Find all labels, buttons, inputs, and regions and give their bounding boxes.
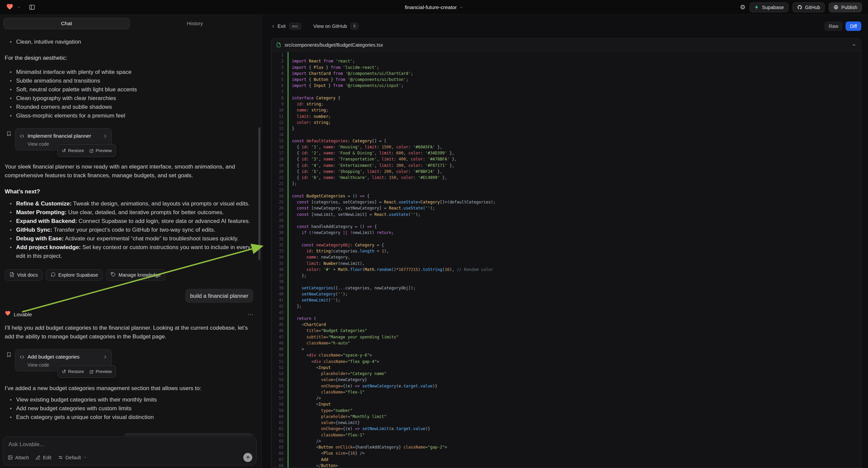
preview-button[interactable]: Preview xyxy=(89,146,112,155)
supabase-bolt-icon xyxy=(754,5,759,10)
bookmark-icon[interactable] xyxy=(6,131,12,137)
tab-chat[interactable]: Chat xyxy=(3,18,130,29)
edit-message-2: Add budget categories View code ↺ Restor… xyxy=(5,349,253,371)
diff-added-bar xyxy=(287,83,288,89)
line-number: 33 xyxy=(272,248,287,254)
design-bullet-item: Rounded corners and subtle shadows xyxy=(10,103,253,112)
collapse-chevron-up-icon[interactable] xyxy=(851,42,856,47)
publish-button[interactable]: Publish xyxy=(829,2,862,12)
explore-supabase-button[interactable]: Explore Supabase xyxy=(46,269,103,281)
github-shortcut-badge: 6 xyxy=(351,23,358,30)
bookmark-icon[interactable] xyxy=(6,352,12,357)
diff-added-bar xyxy=(287,377,288,383)
code-line: 25 const [categories, setCategories] = R… xyxy=(272,199,861,205)
code-editor[interactable]: 12import React from 'react';3import { Pl… xyxy=(272,51,861,468)
manage-knowledge-button[interactable]: Manage knowledge xyxy=(106,269,165,281)
restore-button[interactable]: ↺ Restore xyxy=(62,367,84,376)
message-menu-icon[interactable]: ⋯ xyxy=(247,310,253,319)
code-line: 26 const [newCategory, setNewCategory] =… xyxy=(272,205,861,211)
logo-chevron-down-icon[interactable] xyxy=(17,5,21,9)
line-number: 67 xyxy=(272,457,287,463)
line-number: 64 xyxy=(272,438,287,444)
diff-added-bar xyxy=(287,395,288,401)
line-number: 10 xyxy=(272,107,287,113)
line-number: 59 xyxy=(272,408,287,414)
code-line: 50 <div className="space-y-6"> xyxy=(272,352,861,358)
edit-card-title: Add budget categories xyxy=(28,352,80,361)
edit-card-implement-financial-planner[interactable]: Implement financial planner View code ↺ … xyxy=(15,128,112,150)
diff-added-bar xyxy=(287,279,288,285)
preview-button[interactable]: Preview xyxy=(89,367,112,376)
design-heading: For the design aesthetic: xyxy=(5,54,253,62)
chat-scrollback[interactable]: Clean, intuitive navigation For the desi… xyxy=(0,36,261,436)
diff-added-bar xyxy=(287,156,288,162)
line-number: 40 xyxy=(272,291,287,297)
code-line: 54 value={newCategory} xyxy=(272,377,861,383)
attach-button[interactable]: Attach xyxy=(8,455,29,460)
github-button[interactable]: GitHub xyxy=(793,2,825,12)
code-line: 46 title="Budget Categories" xyxy=(272,328,861,334)
diff-added-bar xyxy=(287,150,288,156)
line-number: 2 xyxy=(272,58,287,64)
code-line: 36 color: '#' + Math.floor(Math.random()… xyxy=(272,267,861,273)
sliders-icon xyxy=(58,455,63,460)
model-select[interactable]: Default xyxy=(58,455,87,460)
line-number: 34 xyxy=(272,254,287,260)
line-number: 63 xyxy=(272,432,287,438)
project-switcher[interactable]: financial-future-creator xyxy=(405,4,463,10)
line-number: 66 xyxy=(272,450,287,456)
diff-added-bar xyxy=(287,169,288,175)
settings-gear-icon[interactable]: ⚙ xyxy=(740,4,746,10)
file-header[interactable]: src/components/budget/BudgetCategories.t… xyxy=(272,39,861,51)
result-bullet-item: Each category gets a unique color for vi… xyxy=(10,413,253,422)
supabase-button[interactable]: Supabase xyxy=(750,2,788,12)
line-number: 42 xyxy=(272,303,287,309)
chat-tab-bar: Chat History xyxy=(0,15,261,32)
user-message: build a financial planner xyxy=(185,289,253,303)
code-line: 41 setNewLimit(''); xyxy=(272,297,861,303)
edit-card-add-budget-categories[interactable]: Add budget categories View code ↺ Restor… xyxy=(15,349,112,371)
line-number: 41 xyxy=(272,297,287,303)
sidebar-toggle-icon[interactable] xyxy=(29,4,35,10)
code-line: 61 value={newLimit} xyxy=(272,420,861,426)
code-panel: Exit esc View on GitHub 6 Raw Diff src/c… xyxy=(262,15,868,468)
diff-added-bar xyxy=(287,89,288,95)
restore-button[interactable]: ↺ Restore xyxy=(62,146,84,155)
line-number: 6 xyxy=(272,83,287,89)
whats-next-item: Add project knowledge: Set key context o… xyxy=(10,243,253,261)
code-line: 57 /> xyxy=(272,395,861,401)
line-number: 44 xyxy=(272,316,287,322)
visit-docs-button[interactable]: Visit docs xyxy=(5,269,42,281)
lovable-logo-icon[interactable] xyxy=(6,3,13,12)
edit-mode-button[interactable]: Edit xyxy=(36,455,51,460)
line-number: 26 xyxy=(272,205,287,211)
diff-added-bar xyxy=(287,254,288,260)
composer: Attach Edit Default xyxy=(3,436,257,465)
diff-added-bar xyxy=(287,444,288,450)
code-line: 65 <Button onClick={handleAddCategory} c… xyxy=(272,444,861,450)
code-line: 28 xyxy=(272,217,861,224)
tab-history[interactable]: History xyxy=(132,18,258,29)
code-line: 52 <Input xyxy=(272,364,861,371)
line-number: 30 xyxy=(272,230,287,236)
line-number: 65 xyxy=(272,444,287,450)
send-button[interactable] xyxy=(243,453,252,462)
edit-message-1: Implement financial planner View code ↺ … xyxy=(5,128,253,150)
composer-input[interactable] xyxy=(8,441,251,448)
diff-button[interactable]: Diff xyxy=(845,22,861,31)
code-line: 62 onChange={(e) => setNewLimit(e.target… xyxy=(272,426,861,432)
diff-added-bar xyxy=(287,107,288,113)
raw-button[interactable]: Raw xyxy=(825,22,842,31)
diff-added-bar xyxy=(287,144,288,150)
chat-scrollbar[interactable] xyxy=(258,127,260,260)
docs-icon xyxy=(9,272,14,278)
diff-added-bar xyxy=(287,285,288,291)
diff-added-bar xyxy=(287,199,288,205)
view-on-github-button[interactable]: View on GitHub xyxy=(313,24,347,29)
exit-button[interactable]: Exit xyxy=(271,24,285,29)
code-line: 49 > xyxy=(272,346,861,352)
code-line: 53 placeholder="Category name" xyxy=(272,371,861,377)
code-line: 18 { id: '3', name: 'Transportation', li… xyxy=(272,156,861,162)
assistant-message-header: Lovable ⋯ xyxy=(5,310,253,319)
design-bullet-item: Glass-morphic elements for a premium fee… xyxy=(10,112,253,120)
